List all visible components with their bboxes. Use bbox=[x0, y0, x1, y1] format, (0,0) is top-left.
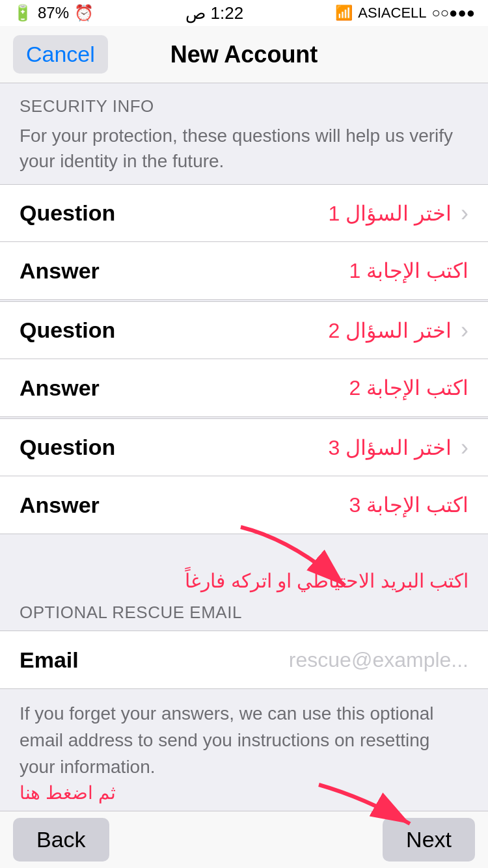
security-info-header: SECURITY INFO For your protection, these… bbox=[0, 83, 488, 184]
cancel-button[interactable]: Cancel bbox=[13, 35, 108, 74]
bottom-nav: Back Next bbox=[0, 811, 488, 868]
question-2-value: اختر السؤال 2 bbox=[150, 318, 452, 343]
question-3-row[interactable]: Question اختر السؤال 3 › bbox=[0, 419, 488, 476]
signal-dots: ○○●●● bbox=[432, 5, 475, 21]
battery-icon: 🔋 bbox=[13, 4, 33, 22]
question-3-group: Question اختر السؤال 3 › Answer اكتب الإ… bbox=[0, 418, 488, 534]
group-separator bbox=[0, 536, 488, 559]
page-title: New Account bbox=[170, 41, 318, 68]
chevron-1-icon: › bbox=[461, 200, 468, 227]
question-1-group: Question اختر السؤال 1 › Answer اكتب الإ… bbox=[0, 184, 488, 300]
security-info-title: SECURITY INFO bbox=[20, 96, 468, 116]
question-2-row[interactable]: Question اختر السؤال 2 › bbox=[0, 302, 488, 359]
rescue-section-title: OPTIONAL RESCUE EMAIL bbox=[0, 597, 488, 631]
answer-2-value: اكتب الإجابة 2 bbox=[150, 375, 468, 400]
chevron-2-icon: › bbox=[461, 317, 468, 344]
back-button[interactable]: Back bbox=[13, 818, 109, 861]
question-1-label: Question bbox=[20, 200, 150, 226]
chevron-3-icon: › bbox=[461, 434, 468, 461]
status-bar: 🔋 87% ⏰ 1:22 ص 📶 ASIACELL ○○●●● bbox=[0, 0, 488, 26]
answer-3-label: Answer bbox=[20, 493, 150, 518]
rescue-description: If you forget your answers, we can use t… bbox=[0, 690, 488, 817]
wifi-icon: 📶 bbox=[335, 5, 353, 21]
answer-1-value: اكتب الإجابة 1 bbox=[150, 258, 468, 283]
rescue-arabic-hint: اكتب البريد الاحتياطي او اتركه فارغاً bbox=[0, 559, 488, 597]
email-row[interactable]: Email rescue@example... bbox=[0, 631, 488, 688]
answer-2-label: Answer bbox=[20, 375, 150, 401]
question-3-label: Question bbox=[20, 435, 150, 460]
arabic-next-hint: ثم اضغط هنا bbox=[20, 783, 116, 803]
battery-level: 87% bbox=[38, 4, 69, 22]
question-2-label: Question bbox=[20, 318, 150, 343]
status-right: 📶 ASIACELL ○○●●● bbox=[335, 5, 475, 21]
status-time: 1:22 ص bbox=[185, 3, 243, 23]
question-2-group: Question اختر السؤال 2 › Answer اكتب الإ… bbox=[0, 301, 488, 417]
question-1-value: اختر السؤال 1 bbox=[150, 201, 452, 226]
question-1-row[interactable]: Question اختر السؤال 1 › bbox=[0, 185, 488, 242]
email-label: Email bbox=[20, 647, 150, 673]
rescue-email-group: Email rescue@example... bbox=[0, 631, 488, 689]
answer-3-value: اكتب الإجابة 3 bbox=[150, 493, 468, 517]
question-3-value: اختر السؤال 3 bbox=[150, 435, 452, 460]
security-info-description: For your protection, these questions wil… bbox=[20, 123, 468, 174]
answer-1-row[interactable]: Answer اكتب الإجابة 1 bbox=[0, 242, 488, 299]
carrier-name: ASIACELL bbox=[358, 5, 426, 21]
answer-3-row[interactable]: Answer اكتب الإجابة 3 bbox=[0, 476, 488, 534]
next-button[interactable]: Next bbox=[383, 818, 475, 861]
answer-2-row[interactable]: Answer اكتب الإجابة 2 bbox=[0, 359, 488, 416]
email-placeholder: rescue@example... bbox=[150, 648, 468, 672]
nav-bar: Cancel New Account bbox=[0, 26, 488, 83]
status-left: 🔋 87% ⏰ bbox=[13, 4, 94, 22]
alarm-icon: ⏰ bbox=[74, 4, 94, 22]
answer-1-label: Answer bbox=[20, 258, 150, 284]
